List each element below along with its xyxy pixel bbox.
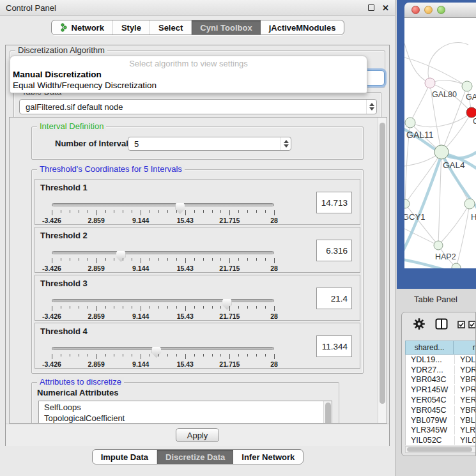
threshold-value-field[interactable]: 21.4 (316, 288, 352, 309)
cyni-toolbox-panel: Discretization Algorithm Select algorith… (5, 45, 390, 446)
network-node-h[interactable] (464, 199, 475, 209)
scale-label: 28 (270, 312, 278, 320)
table-row[interactable]: YBR043CYBR043C (406, 375, 476, 385)
number-of-intervals-combobox[interactable]: 5 (128, 137, 291, 151)
tab-style[interactable]: Style (113, 20, 150, 35)
attributes-group: Attributes to discretize Numerical Attri… (31, 382, 339, 424)
close-traffic-light-icon[interactable] (411, 6, 420, 14)
network-node-c[interactable] (466, 107, 476, 118)
table-row[interactable]: YIL052CYIL052C (406, 435, 476, 445)
tab-select[interactable]: Select (150, 20, 192, 35)
scrollbar-thumb[interactable] (380, 123, 385, 404)
checkbox-checked-icon[interactable] (468, 319, 476, 331)
table-horizontal-scrollbar[interactable] (405, 446, 476, 453)
column-header-shared[interactable]: shared... (405, 341, 454, 355)
node-label: GAL80 (432, 90, 457, 99)
tab-infer-network[interactable]: Infer Network (233, 450, 303, 464)
scale-label: 28 (270, 217, 278, 224)
algorithm-placeholder-option: Select algorithm to view settings (10, 58, 367, 69)
tab-impute-data[interactable]: Impute Data (93, 450, 157, 464)
minimize-traffic-light-icon[interactable] (424, 6, 433, 14)
network-node-ga[interactable] (462, 81, 472, 91)
threshold-value-field[interactable]: 11.344 (316, 335, 352, 357)
node-table: shared...name YDL19...YDL19...YDR27...YD… (405, 341, 476, 456)
table-panel-window: shared...name YDL19...YDL19...YDR27...YD… (401, 312, 476, 456)
threshold-4-panel: Threshold 4-3.4262.8599.14415.4321.71528… (35, 323, 360, 369)
threshold-slider[interactable]: -3.4262.8599.14415.4321.71528 (52, 247, 274, 270)
table-row[interactable]: YDL19...YDL19... (406, 355, 476, 365)
table-row[interactable]: YER054CYER054C (406, 395, 476, 405)
table-row[interactable]: YDR27...YDR27... (406, 365, 476, 375)
threshold-slider[interactable]: -3.4262.8599.14415.4321.71528 (52, 295, 274, 318)
table-data-group: Table Data galFiltered.sif default node (13, 92, 381, 119)
combo-stepper-icon[interactable] (366, 100, 376, 114)
network-node-gal80[interactable] (425, 78, 435, 88)
list-item-selfloops[interactable]: SelfLoops (39, 402, 323, 413)
network-node-gcy1[interactable] (404, 199, 410, 208)
table-data-value: galFiltered.sif default node (20, 102, 366, 112)
scrollbar-thumb[interactable] (407, 447, 472, 452)
tab-discretize-data[interactable]: Discretize Data (157, 450, 233, 464)
table-row[interactable]: YBL079WYBL079W (406, 415, 476, 426)
threshold-slider[interactable]: -3.4262.8599.14415.4321.71528 (52, 343, 274, 366)
threshold-label: Threshold 2 (40, 231, 88, 240)
network-graph[interactable]: GAL80GACGAL11GAL4GCY1HHAP2 (404, 18, 476, 268)
float-window-icon[interactable] (368, 4, 374, 11)
network-canvas[interactable]: GAL80GACGAL11GAL4GCY1HHAP2 (404, 18, 476, 268)
scale-label: 2.859 (88, 265, 104, 272)
scale-label: 21.715 (219, 360, 240, 368)
list-item-topologicalcoefficient[interactable]: TopologicalCoefficient (39, 413, 323, 424)
scrollbar-thumb[interactable] (325, 403, 331, 424)
network-node-gal4[interactable] (434, 145, 449, 159)
threshold-slider[interactable]: -3.4262.8599.14415.4321.71528 (52, 199, 274, 222)
table-row[interactable]: YPR145WYPR145W (406, 385, 476, 395)
node-label: HAP2 (435, 252, 456, 261)
network-icon (60, 23, 68, 32)
network-node-gal11[interactable] (405, 118, 415, 128)
threshold-2-panel: Threshold 2-3.4262.8599.14415.4321.71528… (35, 227, 360, 273)
cell-name: YLR345W (454, 426, 476, 434)
scale-label: 9.144 (132, 360, 149, 368)
checkbox-checked-icon[interactable] (457, 319, 465, 331)
slider-track[interactable] (52, 347, 274, 350)
thresholds-group-title: Threshold's Coordinates for 5 Intervals (37, 164, 185, 174)
cell-name: YBR045C (454, 406, 476, 415)
table-row[interactable]: YLR345WYLR345W (406, 426, 476, 436)
list-scrollbar[interactable] (323, 401, 332, 424)
network-node-hap2[interactable] (434, 241, 443, 250)
slider-track[interactable] (52, 203, 274, 206)
tab-cyni-toolbox[interactable]: Cyni Toolbox (192, 20, 260, 35)
network-window-titlebar (404, 3, 476, 18)
table-data-combobox[interactable]: galFiltered.sif default node (19, 99, 377, 114)
column-header-name[interactable]: name (454, 341, 476, 355)
settings-scrollbar[interactable] (378, 118, 387, 423)
scale-label: 28 (270, 265, 278, 272)
cell-shared-name: YDL19... (406, 355, 454, 364)
node-label: GAL4 (443, 160, 465, 170)
node-label: GAL11 (406, 130, 434, 140)
thresholds-group: Threshold's Coordinates for 5 Intervals … (31, 169, 364, 374)
tab-jactivemnodules[interactable]: jActiveMNodules (261, 20, 344, 35)
gear-icon[interactable] (413, 318, 426, 333)
algorithm-option-equal-width-frequency-discretization[interactable]: Equal Width/Frequency Discretization (10, 80, 367, 91)
cell-shared-name: YER054C (406, 395, 454, 404)
slider-track[interactable] (52, 251, 274, 254)
combo-stepper-icon[interactable] (280, 137, 291, 150)
algorithm-option-manual-discretization[interactable]: Manual Discretization (10, 69, 367, 80)
apply-button[interactable]: Apply (176, 428, 219, 442)
close-icon[interactable]: ✕ (382, 4, 389, 12)
cell-shared-name: YDR27... (406, 365, 454, 374)
cell-name: YPR145W (454, 385, 476, 394)
threshold-value-field[interactable]: 6.316 (316, 240, 352, 261)
columns-icon[interactable] (435, 318, 448, 332)
tab-network[interactable]: Network (52, 20, 113, 35)
maximize-traffic-light-icon[interactable] (437, 6, 445, 14)
scale-label: 2.859 (88, 360, 104, 368)
numerical-attributes-label: Numerical Attributes (37, 388, 118, 397)
scale-label: -3.426 (42, 360, 61, 368)
node-label: GA (466, 93, 476, 102)
table-row[interactable]: YBR045CYBR045C (406, 405, 476, 415)
apply-strip: Apply (6, 424, 389, 446)
slider-track[interactable] (52, 299, 274, 302)
threshold-value-field[interactable]: 14.713 (316, 192, 352, 213)
